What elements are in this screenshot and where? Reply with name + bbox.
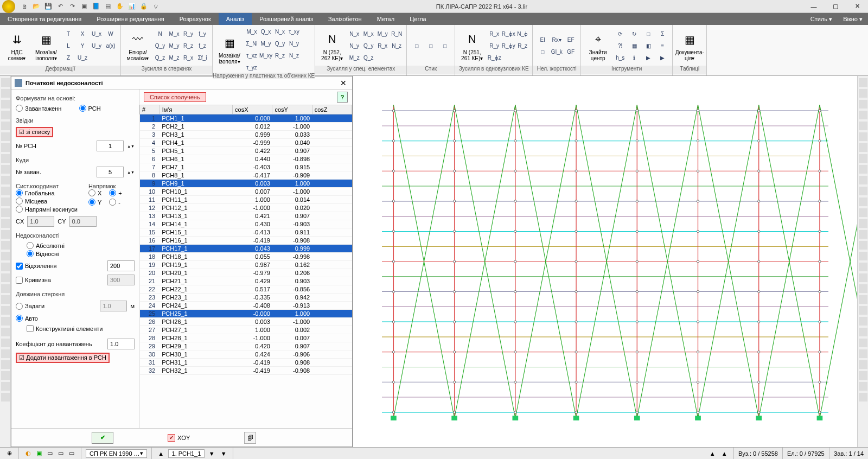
ribbon-small-button[interactable]: Q_y bbox=[362, 41, 375, 52]
left-tool-10[interactable] bbox=[1, 187, 10, 195]
rsn-no-spinner[interactable]: ▲▼ bbox=[127, 144, 135, 148]
ribbon-small-button[interactable]: a(x) bbox=[104, 41, 117, 52]
ribbon-small-button[interactable]: M_x bbox=[245, 26, 258, 37]
menu-Метал[interactable]: Метал bbox=[369, 13, 403, 25]
coord-radio-cosines[interactable]: Напрямні косинуси bbox=[16, 206, 78, 213]
ribbon-small-button[interactable]: Q_x bbox=[259, 26, 272, 37]
ribbon-small-button[interactable]: R_ϕy bbox=[502, 41, 515, 52]
help-button[interactable]: ? bbox=[337, 92, 348, 103]
new-file-icon[interactable]: 🗎 bbox=[20, 2, 29, 11]
ribbon-small-button[interactable]: τ_xz bbox=[245, 50, 258, 61]
ribbon-small-button[interactable]: N bbox=[154, 29, 167, 40]
left-tool-28[interactable] bbox=[1, 382, 10, 391]
ribbon-small-button[interactable]: ▶ bbox=[656, 53, 669, 63]
ribbon-small-button[interactable]: GI_k bbox=[550, 47, 563, 58]
ribbon-small-button[interactable]: N_y bbox=[288, 38, 301, 49]
ribbon-small-button[interactable]: Q_y bbox=[154, 41, 167, 52]
ribbon-small-button[interactable]: L bbox=[62, 41, 75, 52]
ribbon-small-button[interactable]: □ bbox=[424, 41, 437, 52]
table-row[interactable]: 5РСН5_10.4220.907 bbox=[140, 147, 352, 155]
table-row[interactable]: 7РСН7_1-0.4030.915 bbox=[140, 163, 352, 171]
ribbon-small-button[interactable]: N_z bbox=[288, 50, 301, 61]
table-row[interactable]: 12РСН12_1-1.0000.020 bbox=[140, 204, 352, 212]
ribbon-small-button[interactable]: Σ_Ni bbox=[245, 38, 258, 49]
table-row[interactable]: 16РСН16_1-0.419-0.908 bbox=[140, 237, 352, 245]
left-tool-1[interactable] bbox=[1, 89, 10, 98]
menu-Стиль[interactable]: Стиль ▾ bbox=[805, 13, 838, 25]
table-row[interactable]: 21РСН21_10.4290.903 bbox=[140, 277, 352, 285]
table-row[interactable]: 26РСН26_10.003-1.000 bbox=[140, 318, 352, 326]
ribbon-small-button[interactable]: ⟳ bbox=[614, 29, 627, 40]
curvature-checkbox[interactable]: Кривизна bbox=[16, 277, 104, 284]
ribbon-small-button[interactable]: R_ϕx bbox=[502, 29, 515, 40]
ribbon-small-button[interactable]: ℹ bbox=[628, 53, 641, 63]
left-tool-2[interactable] bbox=[1, 100, 10, 109]
ribbon-small-button[interactable]: T bbox=[62, 29, 75, 40]
table-row[interactable]: 11РСН11_11.0000.014 bbox=[140, 196, 352, 204]
table-row[interactable]: 17РСН17_10.0430.999 bbox=[140, 245, 352, 253]
table-row[interactable]: 4РСН4_1-0.9990.040 bbox=[140, 139, 352, 147]
left-tool-6[interactable] bbox=[1, 143, 10, 152]
undo-icon[interactable]: ↶ bbox=[55, 2, 65, 11]
ribbon-small-button[interactable]: R_ϕz bbox=[488, 53, 501, 63]
left-tool-13[interactable] bbox=[1, 219, 10, 228]
menu-Вікно[interactable]: Вікно ▾ bbox=[838, 13, 868, 25]
ribbon-small-button[interactable]: Q_z bbox=[362, 53, 375, 63]
left-tool-20[interactable] bbox=[1, 295, 10, 304]
lock-icon[interactable]: 🔒 bbox=[139, 2, 149, 11]
ribbon-small-button[interactable]: ▦ bbox=[628, 41, 641, 52]
ribbon-small-button[interactable]: U_y bbox=[90, 41, 103, 52]
ribbon-small-button[interactable]: R_z bbox=[182, 41, 195, 52]
book-icon[interactable]: 📘 bbox=[91, 2, 101, 11]
ribbon-button[interactable]: ▦Мозаїка/ ізополя▾ bbox=[216, 30, 243, 68]
ribbon-small-button[interactable]: Rx▾ bbox=[550, 35, 563, 46]
menu-Залізобетон[interactable]: Залізобетон bbox=[321, 13, 369, 25]
table-row[interactable]: 6РСН6_10.440-0.898 bbox=[140, 155, 352, 163]
right-tool-18[interactable] bbox=[859, 273, 867, 282]
menu-Цегла[interactable]: Цегла bbox=[402, 13, 434, 25]
layers-icon[interactable]: ▤ bbox=[103, 2, 113, 11]
right-tool-11[interactable] bbox=[859, 197, 867, 206]
ribbon-small-button[interactable]: f_y bbox=[196, 29, 209, 40]
ribbon-small-button[interactable]: τ_yz bbox=[245, 62, 258, 73]
ribbon-small-button[interactable]: M_y bbox=[168, 41, 181, 52]
ribbon-small-button[interactable]: R_y bbox=[488, 41, 501, 52]
left-tool-14[interactable] bbox=[1, 230, 10, 239]
ribbon-button[interactable]: NN (252, 262 КЕ)▾ bbox=[318, 27, 346, 65]
coef-input[interactable] bbox=[107, 339, 135, 349]
table-row[interactable]: 22РСН22_10.517-0.856 bbox=[140, 285, 352, 294]
add-rsn-checkbox[interactable]: ☑ Додати навантаження в РСН bbox=[16, 353, 110, 363]
left-tool-25[interactable] bbox=[1, 349, 10, 358]
toggle-a-icon[interactable]: ▲ bbox=[707, 449, 717, 458]
right-tool-6[interactable] bbox=[859, 143, 867, 152]
basis-radio-load[interactable]: Завантаженн bbox=[16, 105, 72, 112]
ribbon-button[interactable]: ⇊НДС схеми▾ bbox=[3, 27, 30, 65]
ribbon-small-button[interactable]: M_y bbox=[376, 29, 389, 40]
toggle-b-icon[interactable]: ▲ bbox=[719, 449, 729, 458]
box-icon[interactable]: ▣ bbox=[79, 2, 89, 11]
maximize-button[interactable]: ▢ bbox=[825, 0, 846, 13]
menu-Розрахунок[interactable]: Розрахунок bbox=[172, 13, 219, 25]
ribbon-small-button[interactable]: EI bbox=[536, 35, 549, 46]
right-tool-1[interactable] bbox=[859, 89, 867, 98]
ribbon-button[interactable]: ▦Документа- ція▾ bbox=[676, 27, 703, 65]
col-cosY[interactable]: cosY bbox=[272, 105, 312, 114]
table-row[interactable]: 25РСН25_1-0.0001.000 bbox=[140, 310, 352, 318]
table-row[interactable]: 24РСН24_1-0.408-0.913 bbox=[140, 302, 352, 310]
table-row[interactable]: 32РСН32_1-0.419-0.908 bbox=[140, 367, 352, 375]
left-tool-16[interactable] bbox=[1, 252, 10, 260]
right-tool-5[interactable] bbox=[859, 132, 867, 141]
redo-icon[interactable]: ↷ bbox=[67, 2, 77, 11]
ribbon-small-button[interactable]: M_x bbox=[362, 29, 375, 40]
ribbon-small-button[interactable]: ▶ bbox=[642, 53, 655, 63]
zavan-no-spinner[interactable]: ▲▼ bbox=[127, 170, 135, 174]
left-tool-24[interactable] bbox=[1, 339, 10, 347]
ribbon-small-button[interactable]: U_x bbox=[90, 29, 103, 40]
right-tool-25[interactable] bbox=[859, 349, 867, 358]
dir-radio-minus[interactable]: - bbox=[109, 199, 122, 206]
ribbon-small-button[interactable]: ◧ bbox=[642, 41, 655, 52]
table-row[interactable]: 23РСН23_1-0.3350.942 bbox=[140, 294, 352, 302]
left-tool-7[interactable] bbox=[1, 154, 10, 163]
ribbon-button[interactable]: NN (251, 261 КЕ)▾ bbox=[458, 27, 486, 65]
status-icon-4[interactable]: ▭ bbox=[56, 449, 66, 458]
